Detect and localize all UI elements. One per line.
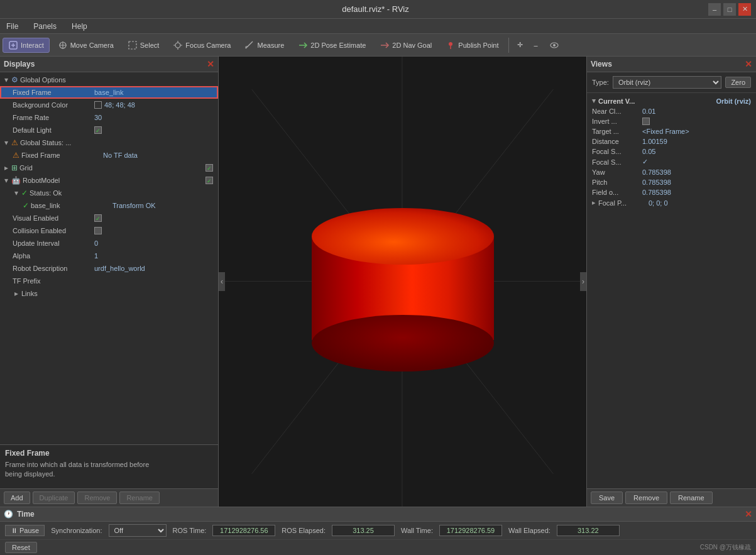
collision-enabled-item[interactable]: Collision Enabled	[0, 224, 218, 237]
minus-icon: –	[534, 41, 538, 49]
pause-icon: ⏸	[11, 527, 18, 534]
eye-icon	[549, 40, 559, 50]
focal-s1-item: Focal S... 0.05	[587, 146, 756, 157]
views-save-button[interactable]: Save	[591, 492, 623, 504]
measure-button[interactable]: Measure	[239, 38, 290, 53]
frame-rate-item[interactable]: Frame Rate 30	[0, 111, 218, 124]
info-panel: Fixed Frame Frame into which all data is…	[0, 444, 218, 488]
minimize-button[interactable]: –	[708, 3, 721, 16]
fixed-frame-item[interactable]: Fixed Frame base_link	[0, 86, 218, 99]
visual-enabled-key: Visual Enabled	[13, 214, 94, 222]
current-view-type: Orbit (rviz)	[716, 97, 751, 105]
viewport-collapse-left[interactable]: ‹	[219, 272, 225, 291]
default-light-item[interactable]: Default Light	[0, 124, 218, 136]
reset-button[interactable]: Reset	[5, 542, 37, 553]
displays-panel-close[interactable]: ✕	[207, 59, 214, 69]
menu-help[interactable]: Help	[68, 21, 91, 32]
views-remove-button[interactable]: Remove	[625, 492, 667, 504]
distance-key: Distance	[592, 138, 642, 145]
display-bottom-buttons: Add Duplicate Remove Rename	[0, 488, 218, 507]
status-ok-expand: ▾	[13, 189, 20, 197]
duplicate-button[interactable]: Duplicate	[33, 492, 75, 504]
viewport[interactable]: ‹ ›	[219, 57, 586, 507]
gear-icon: ⚙	[11, 75, 18, 84]
ros-elapsed-label: ROS Elapsed:	[282, 527, 326, 534]
maximize-button[interactable]: □	[723, 3, 736, 16]
update-interval-item[interactable]: Update Interval 0	[0, 237, 218, 250]
alpha-value: 1	[94, 252, 98, 260]
gs-fixed-frame-item[interactable]: ⚠ Fixed Frame No TF data	[0, 149, 218, 162]
visual-enabled-checkbox[interactable]	[94, 214, 102, 222]
remove-button[interactable]: Remove	[77, 492, 117, 504]
publish-point-icon	[446, 40, 456, 50]
time-bar-header: 🕐 Time ✕	[0, 507, 756, 522]
grid-item[interactable]: ▸ ⊞ Grid	[0, 162, 218, 174]
add-view-button[interactable]: ✛	[513, 38, 527, 52]
move-camera-button[interactable]: Move Camera	[52, 38, 119, 53]
close-button[interactable]: ✕	[738, 3, 751, 16]
target-item: Target ... <Fixed Frame>	[587, 126, 756, 136]
eye-button[interactable]	[545, 38, 564, 53]
nav-goal-icon	[380, 40, 390, 50]
default-light-checkbox[interactable]	[94, 126, 102, 134]
focal-point-key: Focal P...	[598, 199, 649, 207]
background-color-value: 48; 48; 48	[104, 101, 135, 109]
grid-key: Grid	[19, 164, 101, 172]
sync-select[interactable]: Off Exact Approximate	[109, 524, 167, 537]
add-button[interactable]: Add	[4, 492, 30, 504]
viewport-collapse-right[interactable]: ›	[580, 272, 586, 291]
svg-point-6	[553, 44, 556, 47]
focal-point-item: ▸ Focal P... 0; 0; 0	[587, 197, 756, 208]
wall-elapsed-label: Wall Elapsed:	[508, 527, 551, 534]
status-ok-item: ▾ ✓ Status: Ok	[0, 187, 218, 199]
robot-model-checkbox[interactable]	[205, 177, 213, 184]
alpha-key: Alpha	[13, 252, 94, 260]
distance-value: 1.00159	[642, 138, 667, 145]
focus-camera-button[interactable]: Focus Camera	[167, 38, 236, 53]
wall-time-label: Wall Time:	[401, 527, 433, 534]
links-item[interactable]: ▸ Links	[0, 287, 218, 300]
grid-checkbox[interactable]	[205, 164, 213, 172]
global-options-item[interactable]: ▾ ⚙ Global Options	[0, 74, 218, 86]
robot-description-key: Robot Description	[13, 265, 94, 272]
global-status-item[interactable]: ▾ ⚠ Global Status: ...	[0, 136, 218, 149]
collision-enabled-key: Collision Enabled	[13, 227, 94, 234]
base-link-item: ✓ base_link Transform OK	[0, 199, 218, 212]
move-camera-icon	[58, 40, 68, 50]
warn-icon: ⚠	[11, 138, 18, 147]
pose-estimate-icon	[298, 40, 308, 50]
views-type-select[interactable]: Orbit (rviz)	[613, 76, 721, 89]
menu-panels[interactable]: Panels	[30, 21, 60, 32]
svg-point-4	[449, 42, 452, 46]
views-zero-button[interactable]: Zero	[725, 77, 751, 88]
current-view-expand-icon: ▾	[592, 97, 596, 105]
time-bar-close[interactable]: ✕	[745, 509, 752, 519]
remove-view-button[interactable]: –	[530, 39, 542, 52]
gs-fixed-frame-value: No TF data	[103, 151, 138, 159]
time-bar: 🕐 Time ✕ ⏸ Pause Synchronization: Off Ex…	[0, 507, 756, 555]
views-rename-button[interactable]: Rename	[670, 492, 713, 504]
alpha-item[interactable]: Alpha 1	[0, 250, 218, 262]
current-view-header: ▾ Current V... Orbit (rviz)	[587, 96, 756, 106]
collision-enabled-checkbox[interactable]	[94, 227, 102, 234]
robot-model-item[interactable]: ▾ 🤖 RobotModel	[0, 174, 218, 187]
pose-estimate-button[interactable]: 2D Pose Estimate	[292, 38, 371, 53]
info-panel-title: Fixed Frame	[5, 449, 213, 458]
views-panel-close[interactable]: ✕	[745, 59, 752, 69]
interact-icon	[8, 40, 18, 50]
publish-point-button[interactable]: Publish Point	[440, 38, 504, 53]
menu-file[interactable]: File	[3, 21, 22, 32]
rename-button[interactable]: Rename	[119, 492, 160, 504]
select-button[interactable]: Select	[122, 38, 165, 53]
pause-button[interactable]: ⏸ Pause	[5, 525, 45, 536]
background-color-item[interactable]: Background Color 48; 48; 48	[0, 99, 218, 111]
visual-enabled-item[interactable]: Visual Enabled	[0, 212, 218, 224]
interact-button[interactable]: Interact	[3, 38, 50, 53]
displays-panel-header: Displays ✕	[0, 57, 218, 72]
tf-prefix-item[interactable]: TF Prefix	[0, 275, 218, 287]
invert-checkbox[interactable]	[642, 118, 650, 125]
time-bar-content: ⏸ Pause Synchronization: Off Exact Appro…	[0, 522, 756, 539]
robot-description-item[interactable]: Robot Description urdf_hello_world	[0, 262, 218, 275]
nav-goal-button[interactable]: 2D Nav Goal	[374, 38, 437, 53]
update-interval-value: 0	[94, 239, 98, 247]
